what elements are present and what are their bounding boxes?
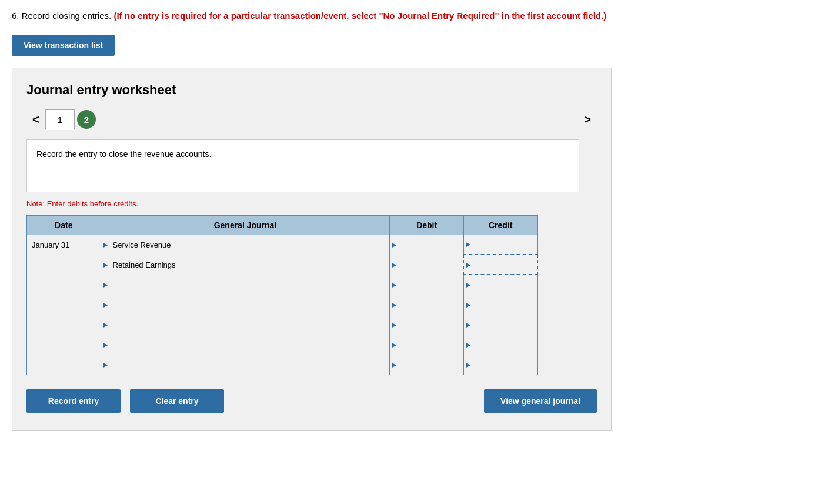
debit-cell-2[interactable]: ▶ [390, 275, 464, 295]
record-entry-button[interactable]: Record entry [26, 389, 121, 413]
journal-arrow-5: ▶ [101, 341, 109, 349]
instruction-highlight: (If no entry is required for a particula… [113, 11, 606, 21]
debit-arrow-6: ▶ [390, 361, 398, 369]
credit-input-3[interactable] [472, 295, 537, 315]
debit-input-6[interactable] [398, 355, 463, 375]
table-row: ▶▶▶ [27, 295, 538, 315]
view-general-journal-button[interactable]: View general journal [484, 389, 597, 413]
journal-cell-1[interactable]: ▶ [101, 255, 390, 275]
credit-input-6[interactable] [472, 355, 537, 375]
header-general-journal: General Journal [101, 215, 390, 235]
debit-input-4[interactable] [398, 315, 463, 335]
tab-2[interactable]: 2 [77, 110, 96, 129]
journal-input-5[interactable] [109, 335, 390, 355]
journal-arrow-2: ▶ [101, 281, 109, 289]
credit-cell-2[interactable]: ▶ [463, 275, 537, 295]
credit-cell-3[interactable]: ▶ [463, 295, 537, 315]
journal-cell-4[interactable]: ▶ [101, 315, 390, 335]
journal-arrow-1: ▶ [101, 261, 109, 269]
journal-cell-0[interactable]: ▶ [101, 235, 390, 255]
journal-input-1[interactable] [109, 255, 390, 275]
journal-input-2[interactable] [109, 275, 390, 295]
credit-input-2[interactable] [472, 275, 537, 295]
note-text: Note: Enter debits before credits. [26, 199, 597, 208]
credit-arrow-3: ▶ [464, 301, 472, 309]
table-row: ▶▶▶ [27, 255, 538, 275]
journal-input-6[interactable] [109, 355, 390, 375]
journal-cell-5[interactable]: ▶ [101, 335, 390, 355]
debit-input-3[interactable] [398, 295, 463, 315]
journal-table: Date General Journal Debit Credit Januar… [26, 215, 538, 375]
credit-cell-5[interactable]: ▶ [463, 335, 537, 355]
journal-input-0[interactable] [109, 235, 390, 255]
tab-1[interactable]: 1 [45, 109, 75, 130]
debit-arrow-4: ▶ [390, 321, 398, 329]
worksheet-container: Journal entry worksheet < 1 2 > Record t… [12, 68, 612, 431]
debit-cell-6[interactable]: ▶ [390, 355, 464, 375]
debit-input-0[interactable] [398, 235, 463, 255]
credit-cell-4[interactable]: ▶ [463, 315, 537, 335]
table-row: ▶▶▶ [27, 355, 538, 375]
credit-input-4[interactable] [472, 315, 537, 335]
instruction-text: 6. Record closing entries. (If no entry … [12, 9, 806, 23]
table-row: ▶▶▶ [27, 335, 538, 355]
description-text: Record the entry to close the revenue ac… [36, 149, 211, 159]
debit-arrow-1: ▶ [390, 261, 398, 269]
debit-arrow-3: ▶ [390, 301, 398, 309]
action-buttons-row: Record entry Clear entry View general jo… [26, 389, 597, 413]
table-row: ▶▶▶ [27, 315, 538, 335]
instruction-body: Record closing entries. [22, 11, 114, 21]
debit-cell-4[interactable]: ▶ [390, 315, 464, 335]
credit-cell-6[interactable]: ▶ [463, 355, 537, 375]
credit-cell-1[interactable]: ▶ [463, 255, 537, 275]
date-cell-1 [27, 255, 101, 275]
debit-cell-1[interactable]: ▶ [390, 255, 464, 275]
debit-input-1[interactable] [398, 255, 463, 275]
credit-arrow-5: ▶ [464, 341, 472, 349]
header-debit: Debit [390, 215, 464, 235]
date-cell-0: January 31 [27, 235, 101, 255]
table-row: ▶▶▶ [27, 275, 538, 295]
journal-cell-2[interactable]: ▶ [101, 275, 390, 295]
header-date: Date [27, 215, 101, 235]
worksheet-title: Journal entry worksheet [26, 82, 597, 98]
tabs-navigation: < 1 2 > [26, 109, 597, 130]
date-cell-4 [27, 315, 101, 335]
credit-arrow-6: ▶ [464, 361, 472, 369]
debit-cell-3[interactable]: ▶ [390, 295, 464, 315]
instruction-number: 6. [12, 11, 19, 21]
journal-arrow-3: ▶ [101, 301, 109, 309]
date-cell-6 [27, 355, 101, 375]
credit-arrow-2: ▶ [464, 281, 472, 289]
journal-arrow-6: ▶ [101, 361, 109, 369]
journal-cell-6[interactable]: ▶ [101, 355, 390, 375]
credit-cell-0[interactable]: ▶ [463, 235, 537, 255]
journal-input-4[interactable] [109, 315, 390, 335]
description-box: Record the entry to close the revenue ac… [26, 139, 579, 192]
instruction-section: 6. Record closing entries. (If no entry … [12, 9, 806, 23]
date-cell-5 [27, 335, 101, 355]
clear-entry-button[interactable]: Clear entry [130, 389, 224, 413]
journal-arrow-0: ▶ [101, 241, 109, 249]
credit-arrow-1: ▶ [464, 261, 472, 269]
debit-cell-5[interactable]: ▶ [390, 335, 464, 355]
debit-input-2[interactable] [398, 275, 463, 295]
debit-arrow-0: ▶ [390, 241, 398, 249]
credit-input-0[interactable] [472, 235, 537, 255]
debit-arrow-2: ▶ [390, 281, 398, 289]
journal-input-3[interactable] [109, 295, 390, 315]
debit-cell-0[interactable]: ▶ [390, 235, 464, 255]
date-cell-3 [27, 295, 101, 315]
table-row: January 31▶▶▶ [27, 235, 538, 255]
journal-cell-3[interactable]: ▶ [101, 295, 390, 315]
prev-tab-button[interactable]: < [26, 109, 45, 130]
credit-arrow-0: ▶ [464, 241, 472, 248]
credit-input-5[interactable] [472, 335, 537, 355]
journal-arrow-4: ▶ [101, 321, 109, 329]
debit-arrow-5: ▶ [390, 341, 398, 349]
view-transaction-button[interactable]: View transaction list [12, 35, 115, 56]
debit-input-5[interactable] [398, 335, 463, 355]
header-credit: Credit [463, 215, 537, 235]
credit-input-1[interactable] [472, 255, 537, 274]
next-tab-button[interactable]: > [578, 109, 597, 130]
